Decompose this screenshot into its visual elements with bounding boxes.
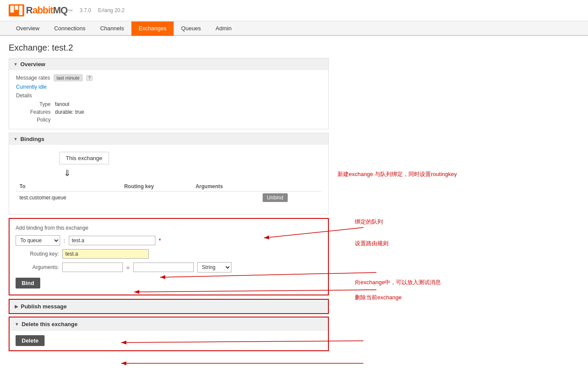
col-arguments: Arguments: [192, 182, 259, 192]
add-binding-section: Add binding from this exchange To queue …: [9, 218, 329, 295]
cell-to: test.customer.queue: [16, 192, 121, 204]
destination-type-select[interactable]: To queue To exchange: [16, 235, 60, 246]
nav-channels[interactable]: Channels: [93, 21, 131, 36]
required-mark: *: [159, 237, 161, 244]
policy-key: Policy: [20, 117, 55, 123]
delete-section: ▼ Delete this exchange Delete: [9, 317, 329, 351]
routing-key-label: Routing key:: [16, 251, 59, 257]
svg-rect-2: [15, 6, 18, 10]
overview-header[interactable]: ▼ Overview: [9, 58, 328, 70]
features-row: Features durable: true: [20, 109, 321, 115]
routing-key-row: Routing key:: [16, 249, 322, 259]
annotation-5: 删除当前exchange: [355, 294, 402, 301]
arguments-label: Arguments:: [16, 264, 59, 270]
bind-button[interactable]: Bind: [16, 278, 40, 288]
arguments-key-input[interactable]: [62, 263, 123, 272]
destination-row: To queue To exchange : *: [16, 235, 322, 246]
svg-rect-3: [19, 6, 22, 15]
nav-connections[interactable]: Connections: [47, 21, 93, 36]
eq-sign: =: [126, 264, 130, 271]
message-rates-row: Message rates last minute ?: [16, 74, 321, 81]
bindings-label: Bindings: [20, 136, 45, 142]
features-val: durable: true: [55, 109, 84, 115]
logo-text: RabbitMQ™: [26, 5, 73, 16]
rabbit-logo-icon: [9, 4, 24, 16]
col-routing-key: Routing key: [121, 182, 192, 192]
bindings-table: To Routing key Arguments test.customer.q…: [16, 182, 321, 204]
destination-input-row: To queue To exchange : *: [16, 235, 161, 246]
col-to: To: [16, 182, 121, 192]
arguments-val-input[interactable]: [133, 263, 194, 272]
nav-bar: Overview Connections Channels Exchanges …: [0, 21, 588, 36]
type-val: fanout: [55, 101, 69, 107]
table-row: test.customer.queue Unbind: [16, 192, 321, 204]
cell-unbind: Unbind: [259, 192, 321, 204]
unbind-button[interactable]: Unbind: [263, 193, 288, 202]
annotation-4: 向exchange中，可以放入测试消息: [355, 279, 441, 286]
bindings-body: This exchange ⇓ To Routing key Arguments: [9, 145, 328, 214]
type-row: Type fanout: [20, 101, 321, 107]
nav-queues[interactable]: Queues: [174, 21, 209, 36]
bindings-section: ▼ Bindings This exchange ⇓ To Routing ke…: [9, 133, 329, 215]
annotations-panel: 新建exchange 与队列绑定，同时设置routingkey 绑定的队列 设置…: [337, 58, 579, 361]
overview-arrow: ▼: [13, 62, 18, 67]
delete-body: Delete: [10, 331, 328, 350]
overview-label: Overview: [20, 61, 45, 67]
nav-exchanges[interactable]: Exchanges: [131, 21, 174, 36]
header: RabbitMQ™ 3.7.0 Erlang 20.2: [0, 0, 588, 21]
help-button[interactable]: ?: [86, 75, 93, 81]
delete-label: Delete this exchange: [22, 321, 77, 327]
cell-arguments: [192, 192, 259, 204]
publish-header[interactable]: ▶ Publish message: [10, 300, 328, 313]
publish-label: Publish message: [21, 303, 67, 310]
annotation-2: 绑定的队列: [355, 218, 383, 226]
content-area: ▼ Overview Message rates last minute ? C…: [9, 58, 329, 361]
overview-body: Message rates last minute ? Currently id…: [9, 70, 328, 129]
main-content: Exchange: test.2 ▼ Overview Message rate…: [0, 36, 588, 368]
policy-row: Policy: [20, 117, 321, 123]
cell-routing-key: [121, 192, 192, 204]
svg-rect-1: [10, 6, 14, 13]
this-exchange-box: This exchange: [59, 152, 109, 164]
details-label: Details: [16, 93, 321, 99]
overview-section: ▼ Overview Message rates last minute ? C…: [9, 58, 329, 129]
last-minute-badge: last minute: [54, 74, 83, 81]
nav-overview[interactable]: Overview: [9, 21, 47, 36]
annotation-1: 新建exchange 与队列绑定，同时设置routingkey: [337, 170, 457, 178]
col-action: [259, 182, 321, 192]
logo: RabbitMQ™: [9, 4, 73, 16]
type-key: Type: [20, 101, 55, 107]
annotation-3: 设置路由规则: [355, 240, 389, 247]
colon-sep: :: [64, 237, 65, 244]
features-key: Features: [20, 109, 55, 115]
destination-value-input[interactable]: [69, 236, 155, 245]
page-title: Exchange: test.2: [9, 43, 579, 53]
delete-button[interactable]: Delete: [16, 335, 45, 346]
bindings-header[interactable]: ▼ Bindings: [9, 133, 328, 145]
nav-admin[interactable]: Admin: [208, 21, 239, 36]
arguments-row: Arguments: = String Number Boolean: [16, 262, 322, 272]
this-exchange-container: This exchange: [16, 152, 321, 166]
delete-header[interactable]: ▼ Delete this exchange: [10, 317, 328, 331]
arguments-type-select[interactable]: String Number Boolean: [197, 262, 231, 272]
publish-arrow: ▶: [15, 304, 18, 309]
message-rates-label: Message rates: [16, 75, 50, 81]
down-arrow: ⇓: [64, 168, 321, 178]
delete-arrow: ▼: [15, 322, 19, 327]
currently-idle: Currently idle: [16, 84, 321, 90]
erlang-label: Erlang 20.2: [98, 7, 125, 13]
routing-key-input[interactable]: [62, 249, 149, 259]
publish-section: ▶ Publish message: [9, 299, 329, 314]
bindings-arrow: ▼: [13, 137, 18, 141]
version-label: 3.7.0: [80, 7, 91, 13]
details-table: Type fanout Features durable: true Polic…: [20, 101, 321, 123]
add-binding-title: Add binding from this exchange: [16, 225, 322, 231]
